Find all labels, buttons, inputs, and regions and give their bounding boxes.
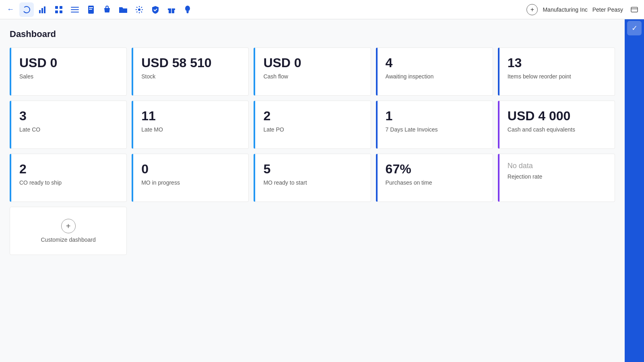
kpi-value-late-invoices: 1 bbox=[386, 109, 485, 123]
customize-dashboard-button[interactable]: +Customize dashboard bbox=[10, 207, 127, 255]
kpi-card-late-mo[interactable]: 11Late MO bbox=[132, 101, 249, 149]
svg-rect-20 bbox=[631, 7, 638, 12]
company-name: Manufacturing Inc bbox=[543, 6, 587, 13]
kpi-value-reorder-point: 13 bbox=[508, 56, 607, 70]
user-name: Peter Peasy bbox=[592, 6, 623, 13]
list-icon[interactable] bbox=[68, 2, 82, 17]
kpi-label-awaiting-inspection: Awaiting inspection bbox=[386, 73, 485, 80]
svg-point-17 bbox=[185, 6, 190, 11]
kpi-value-late-po: 2 bbox=[263, 109, 362, 123]
kpi-card-awaiting-inspection[interactable]: 4Awaiting inspection bbox=[376, 47, 493, 96]
grid-icon[interactable] bbox=[52, 2, 66, 17]
kpi-card-late-co[interactable]: 3Late CO bbox=[10, 101, 127, 149]
kpi-label-sales: Sales bbox=[19, 73, 118, 80]
kpi-value-mo-ready-start: 5 bbox=[263, 162, 362, 176]
svg-rect-10 bbox=[71, 12, 79, 12]
kpi-label-rejection-rate: Rejection rate bbox=[508, 173, 607, 180]
right-sidebar: ? ✓ bbox=[625, 0, 644, 362]
svg-rect-1 bbox=[39, 10, 41, 13]
gift-icon[interactable] bbox=[164, 2, 179, 17]
dashboard-grid: USD 0SalesUSD 58 510StockUSD 0Cash flow4… bbox=[10, 47, 615, 255]
kpi-label-purchases-on-time: Purchases on time bbox=[386, 179, 485, 186]
kpi-value-cash-equivalents: USD 4 000 bbox=[508, 109, 607, 123]
svg-rect-4 bbox=[55, 6, 58, 9]
customize-plus-icon: + bbox=[61, 219, 76, 233]
svg-rect-18 bbox=[186, 11, 189, 12]
kpi-value-late-co: 3 bbox=[19, 109, 118, 123]
kpi-value-stock: USD 58 510 bbox=[141, 56, 240, 70]
kpi-card-stock[interactable]: USD 58 510Stock bbox=[132, 47, 249, 96]
nav-right: + Manufacturing Inc Peter Peasy bbox=[526, 3, 641, 16]
svg-rect-3 bbox=[44, 6, 45, 13]
kpi-label-co-ready-ship: CO ready to ship bbox=[19, 179, 118, 186]
svg-point-14 bbox=[138, 8, 140, 11]
book-icon[interactable] bbox=[84, 2, 98, 17]
svg-rect-7 bbox=[60, 10, 62, 13]
kpi-label-mo-in-progress: MO in progress bbox=[141, 179, 240, 186]
back-icon[interactable]: ← bbox=[3, 2, 18, 17]
svg-rect-12 bbox=[89, 7, 93, 8]
kpi-card-reorder-point[interactable]: 13Items below reorder point bbox=[498, 47, 615, 96]
svg-rect-2 bbox=[41, 8, 43, 13]
kpi-card-sales[interactable]: USD 0Sales bbox=[10, 47, 127, 96]
kpi-value-late-mo: 11 bbox=[141, 109, 240, 123]
chart-bar-icon[interactable] bbox=[35, 2, 50, 17]
svg-rect-6 bbox=[55, 10, 58, 13]
kpi-value-mo-in-progress: 0 bbox=[141, 162, 240, 176]
page-title: Dashboard bbox=[10, 29, 615, 39]
kpi-value-purchases-on-time: 67% bbox=[386, 162, 485, 176]
loading-icon[interactable] bbox=[19, 2, 34, 17]
kpi-card-purchases-on-time[interactable]: 67%Purchases on time bbox=[376, 154, 493, 202]
kpi-card-late-invoices[interactable]: 17 Days Late Invoices bbox=[376, 101, 493, 149]
kpi-value-co-ready-ship: 2 bbox=[19, 162, 118, 176]
kpi-label-late-invoices: 7 Days Late Invoices bbox=[386, 126, 485, 133]
kpi-label-reorder-point: Items below reorder point bbox=[508, 73, 607, 80]
top-navigation: ← bbox=[0, 0, 644, 19]
kpi-label-late-po: Late PO bbox=[263, 126, 362, 133]
bulb-icon[interactable] bbox=[180, 2, 195, 17]
notifications-icon[interactable] bbox=[628, 3, 641, 16]
folder-icon[interactable] bbox=[116, 2, 130, 17]
kpi-value-cashflow: USD 0 bbox=[263, 56, 362, 70]
kpi-card-late-po[interactable]: 2Late PO bbox=[254, 101, 371, 149]
kpi-value-sales: USD 0 bbox=[19, 56, 118, 70]
kpi-label-late-mo: Late MO bbox=[141, 126, 240, 133]
kpi-label-cashflow: Cash flow bbox=[263, 73, 362, 80]
svg-rect-5 bbox=[60, 6, 62, 9]
kpi-label-cash-equivalents: Cash and cash equivalents bbox=[508, 126, 607, 133]
kpi-label-stock: Stock bbox=[141, 73, 240, 80]
kpi-label-mo-ready-start: MO ready to start bbox=[263, 179, 362, 186]
sidebar-check-icon[interactable]: ✓ bbox=[627, 21, 642, 35]
svg-rect-13 bbox=[89, 9, 92, 10]
customize-label: Customize dashboard bbox=[41, 237, 96, 243]
nav-icons-left: ← bbox=[3, 2, 195, 17]
bag-icon[interactable] bbox=[100, 2, 114, 17]
kpi-card-rejection-rate[interactable]: No dataRejection rate bbox=[498, 154, 615, 202]
kpi-card-mo-ready-start[interactable]: 5MO ready to start bbox=[254, 154, 371, 202]
svg-rect-9 bbox=[71, 9, 79, 10]
shield-icon[interactable] bbox=[148, 2, 163, 17]
svg-rect-19 bbox=[187, 12, 188, 13]
svg-point-0 bbox=[23, 6, 30, 13]
kpi-card-mo-in-progress[interactable]: 0MO in progress bbox=[132, 154, 249, 202]
kpi-value-rejection-rate: No data bbox=[508, 162, 607, 170]
kpi-card-cash-equivalents[interactable]: USD 4 000Cash and cash equivalents bbox=[498, 101, 615, 149]
svg-rect-8 bbox=[71, 7, 79, 8]
kpi-label-late-co: Late CO bbox=[19, 126, 118, 133]
kpi-value-awaiting-inspection: 4 bbox=[386, 56, 485, 70]
kpi-card-cashflow[interactable]: USD 0Cash flow bbox=[254, 47, 371, 96]
kpi-card-co-ready-ship[interactable]: 2CO ready to ship bbox=[10, 154, 127, 202]
add-button[interactable]: + bbox=[526, 4, 538, 15]
main-content: Dashboard USD 0SalesUSD 58 510StockUSD 0… bbox=[0, 19, 625, 265]
settings-icon[interactable] bbox=[132, 2, 147, 17]
